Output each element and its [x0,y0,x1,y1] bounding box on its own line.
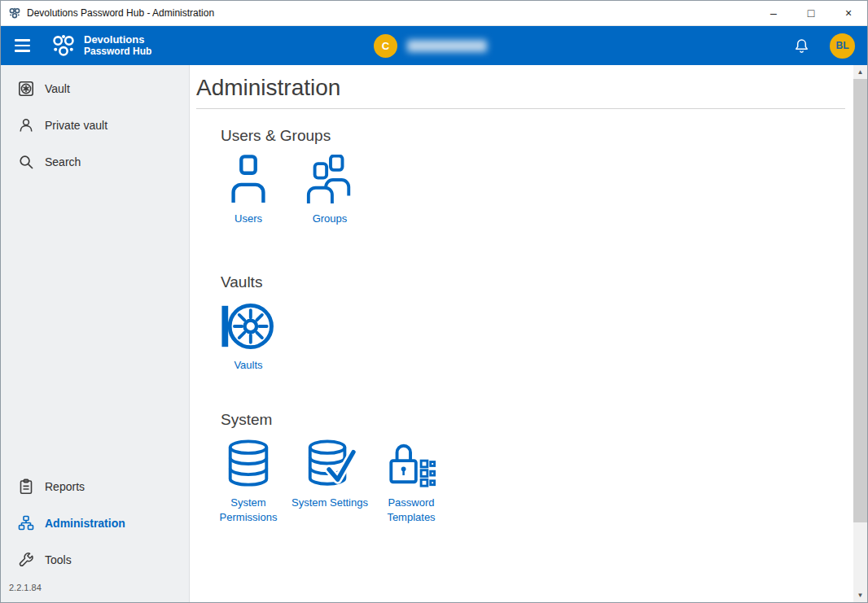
section-heading: System [221,411,845,429]
vertical-scrollbar[interactable]: ▲ ▼ [853,65,867,602]
tile-users[interactable]: Users [208,155,289,226]
title-divider [196,108,845,109]
maximize-button[interactable]: □ [792,1,830,25]
brand: Devolutions Password Hub [50,32,151,59]
scroll-down-icon[interactable]: ▼ [853,588,867,602]
search-icon [18,154,34,170]
private-vault-icon [18,117,34,133]
sidebar-item-tools[interactable]: Tools [1,541,189,578]
page-title: Administration [196,75,845,101]
window-controls: – □ × [755,1,867,25]
section-vaults: Vaults [221,273,845,373]
close-button[interactable]: × [830,1,867,25]
sidebar-item-label: Vault [45,82,70,95]
section-heading: Vaults [221,273,845,291]
redacted-text [407,40,487,52]
password-templates-icon [386,439,436,489]
sidebar-item-label: Administration [45,517,125,530]
sidebar-item-label: Reports [45,480,85,493]
brand-text: Devolutions Password Hub [84,34,151,56]
minimize-button[interactable]: – [755,1,792,25]
devolutions-logo-icon [50,32,77,59]
tile-system-permissions[interactable]: System Permissions [208,439,289,524]
tile-vaults[interactable]: Vaults [208,301,289,373]
system-permissions-icon [223,439,274,489]
sidebar-item-label: Private vault [45,119,107,132]
title-bar: Devolutions Password Hub - Administratio… [1,1,867,26]
sidebar-item-search[interactable]: Search [1,143,189,180]
reports-icon [18,478,34,495]
tile-label: Users [235,212,262,226]
tile-label: Password Templates [370,496,452,524]
body: Vault Private vault Sear [1,65,867,602]
tools-icon [18,552,34,568]
tile-label: Groups [313,212,348,226]
tile-system-settings[interactable]: System Settings [289,439,370,524]
sidebar: Vault Private vault Sear [1,65,190,602]
tile-groups[interactable]: Groups [289,155,370,226]
section-users-groups: Users & Groups Users [221,127,845,226]
sidebar-spacer [1,180,189,468]
notifications-bell-icon[interactable] [793,37,810,55]
user-avatar[interactable]: BL [830,33,855,59]
window-title: Devolutions Password Hub - Administratio… [27,7,214,19]
section-system: System System Permissi [221,411,845,524]
brand-line2: Password Hub [84,46,151,57]
section-heading: Users & Groups [221,127,845,145]
brand-line1: Devolutions [84,34,151,46]
hamburger-menu-icon[interactable] [1,26,43,65]
users-icon [223,155,274,205]
app-header: Devolutions Password Hub C BL [1,26,867,65]
sidebar-item-label: Search [45,155,81,168]
sidebar-item-administration[interactable]: Administration [1,505,189,541]
scroll-up-icon[interactable]: ▲ [853,65,867,79]
groups-icon [305,155,355,205]
sidebar-item-label: Tools [45,553,72,566]
sidebar-item-private-vault[interactable]: Private vault [1,107,189,143]
system-settings-icon [304,439,356,489]
header-center: C [374,26,487,65]
app-logo-icon [8,7,21,20]
sidebar-item-reports[interactable]: Reports [1,468,189,505]
app-version: 2.2.1.84 [1,578,189,602]
tile-label: System Settings [292,496,368,510]
vault-icon [18,81,34,97]
sidebar-item-vault[interactable]: Vault [1,70,189,107]
tile-label: Vaults [234,358,262,373]
scrollbar-thumb[interactable] [853,79,867,522]
header-right: BL [793,33,867,59]
vaults-icon [221,301,276,352]
app-window: Devolutions Password Hub - Administratio… [0,0,868,603]
tile-password-templates[interactable]: Password Templates [370,439,452,524]
main-content: Administration Users & Groups [190,65,853,602]
org-avatar[interactable]: C [374,34,397,58]
administration-icon [18,515,34,531]
tile-label: System Permissions [208,496,289,524]
